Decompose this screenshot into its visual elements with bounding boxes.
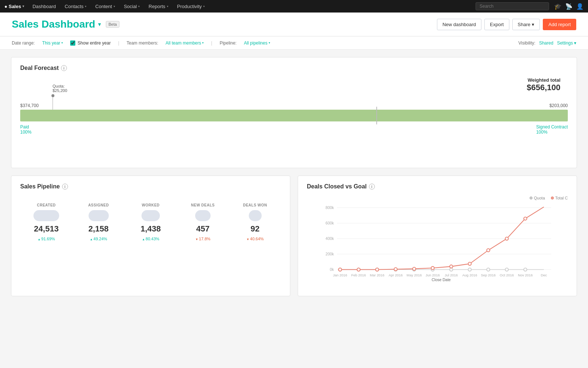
nav-social[interactable]: Social ▾ [120, 0, 143, 13]
export-button[interactable]: Export [484, 19, 509, 30]
stage-worked-value: 1,438 [140, 224, 161, 234]
pipeline-stage-created: CREATED 24,513 91.69% [20, 203, 72, 241]
stage-new-deals-arrow [195, 237, 199, 241]
settings-link[interactable]: Settings ▾ [557, 40, 576, 46]
stage-created-value: 24,513 [34, 224, 58, 234]
deal-forecast-info-icon[interactable]: i [61, 65, 67, 71]
share-caret: ▾ [532, 22, 534, 27]
legend-quota-dot [530, 197, 533, 199]
legend-total-dot [551, 197, 554, 199]
date-range-caret: ▾ [61, 41, 63, 45]
nav-dashboard[interactable]: Dashboard [29, 0, 60, 13]
team-members-select[interactable]: All team members ▾ [166, 40, 204, 46]
deals-chart-legend: Quota Total C [307, 196, 568, 200]
stage-worked-change: 80.43% [142, 237, 159, 241]
stage-worked-label: WORKED [142, 203, 160, 207]
quota-label: Quota: [53, 84, 67, 88]
nav-contacts[interactable]: Contacts ▾ [61, 0, 90, 13]
bar-bottom-labels: Paid 100% Signed Contract 100% [20, 121, 568, 135]
nav-content-label: Content [95, 4, 112, 9]
stage-deals-won-label: DEALS WON [243, 203, 267, 207]
settings-label: Settings [557, 40, 573, 46]
filter-divider-1: | [118, 40, 119, 46]
show-entire-year-checkbox[interactable] [70, 40, 75, 46]
user-avatar[interactable]: 👤 [576, 3, 584, 10]
stage-created-change: 91.69% [37, 237, 55, 241]
pipeline-value: All pipelines [244, 40, 268, 46]
quota-dot-oct [505, 268, 508, 271]
bar-right-value: $203,000 [549, 103, 568, 108]
total-dot-mar [376, 268, 379, 271]
share-button[interactable]: Share ▾ [512, 19, 540, 30]
team-members-label: Team members: [127, 40, 158, 46]
nav-content-caret: ▾ [114, 5, 115, 8]
deal-forecast-card: Deal Forecast i Weighted total $656,100 … [11, 57, 577, 168]
title-dropdown-icon[interactable]: ▾ [98, 21, 101, 27]
signal-icon[interactable]: 📡 [565, 3, 573, 10]
nav-productivity[interactable]: Productivity ▾ [173, 0, 208, 13]
forecast-bar-divider [376, 107, 377, 124]
nav-social-label: Social [124, 4, 137, 9]
sales-pipeline-title-text: Sales Pipeline [20, 183, 60, 190]
stage-assigned-funnel [89, 210, 109, 221]
total-dot-jun [431, 266, 434, 269]
x-label-oct: Oct 2016 [500, 273, 514, 277]
total-dot-jul [450, 265, 453, 268]
bar-top-labels: $374,700 $203,000 [20, 103, 568, 108]
legend-quota: Quota [530, 196, 545, 200]
paid-label: Paid [20, 124, 29, 130]
x-label-sep: Sep 2016 [481, 273, 495, 277]
deals-closed-info-icon[interactable]: i [369, 184, 375, 190]
stage-deals-won-change: 40.64% [246, 237, 263, 241]
quota-dot-jul [450, 268, 453, 271]
signed-label-group: Signed Contract 100% [536, 124, 568, 135]
stage-assigned-arrow [90, 237, 93, 241]
page-title-text: Sales Dashboard [12, 18, 95, 30]
settings-caret: ▾ [574, 40, 576, 46]
total-dot-sep [487, 249, 490, 252]
filter-right-section: Visibility: Shared Settings ▾ [518, 40, 576, 46]
search-input[interactable] [476, 2, 549, 10]
date-range-select[interactable]: This year ▾ [42, 40, 63, 46]
top-navigation: ● Sales ▾ Dashboard Contacts ▾ Content ▾… [0, 0, 588, 13]
main-content: Deal Forecast i Weighted total $656,100 … [0, 50, 588, 311]
y-label-600k: 600k [326, 221, 334, 225]
visibility-value: Shared [539, 40, 553, 46]
nav-reports-label: Reports [148, 4, 165, 9]
stage-new-deals-change: 17.8% [195, 237, 210, 241]
deal-forecast-chart: Weighted total $656,100 Quota: $25,200 $… [20, 77, 568, 160]
pipeline-select[interactable]: All pipelines ▾ [244, 40, 270, 46]
pipeline-stage-assigned: ASSIGNED 2,158 49.24% [72, 203, 125, 241]
total-dot-aug [468, 262, 471, 265]
stage-assigned-label: ASSIGNED [88, 203, 109, 207]
deals-closed-title-text: Deals Closed vs Goal [307, 183, 367, 190]
nav-social-caret: ▾ [138, 5, 140, 8]
sales-pipeline-info-icon[interactable]: i [62, 184, 68, 190]
x-label-aug: Aug 2016 [462, 273, 477, 277]
legend-quota-label: Quota [534, 196, 545, 200]
paid-label-group: Paid 100% [20, 124, 32, 135]
x-label-mar: Mar 2016 [370, 273, 384, 277]
x-label-may: May 2016 [406, 273, 422, 277]
pipeline-stages: CREATED 24,513 91.69% ASSIGNED 2,158 49.… [20, 196, 281, 245]
nav-reports[interactable]: Reports ▾ [145, 0, 172, 13]
forecast-bar [20, 110, 568, 121]
brand-name: ● Sales [4, 4, 21, 9]
pipeline-stage-worked: WORKED 1,438 80.43% [125, 203, 177, 241]
graduation-icon[interactable]: 🎓 [554, 3, 562, 10]
deals-closed-title: Deals Closed vs Goal i [307, 183, 568, 190]
team-members-caret: ▾ [202, 41, 204, 45]
new-dashboard-button[interactable]: New dashboard [437, 19, 481, 30]
quota-dot-aug [468, 268, 471, 271]
stage-created-funnel [33, 210, 59, 221]
stage-new-deals-value: 457 [196, 224, 210, 234]
page-header: Sales Dashboard ▾ Beta New dashboard Exp… [0, 13, 588, 36]
signed-pct: 100% [536, 130, 548, 135]
stage-worked-funnel [141, 210, 160, 221]
sales-pipeline-title: Sales Pipeline i [20, 183, 281, 190]
nav-content[interactable]: Content ▾ [92, 0, 119, 13]
header-actions: New dashboard Export Share ▾ Add report [437, 19, 576, 30]
show-entire-year-checkbox-group: Show entire year [70, 40, 111, 46]
brand-logo[interactable]: ● Sales ▾ [4, 4, 24, 9]
add-report-button[interactable]: Add report [543, 19, 576, 30]
